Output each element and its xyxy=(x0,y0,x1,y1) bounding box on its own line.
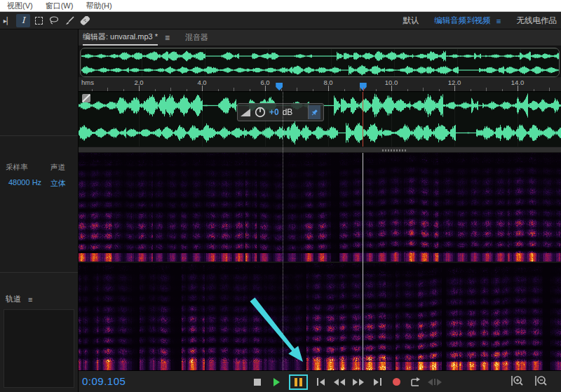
sample-rate-value: 48000 Hz xyxy=(8,178,49,189)
stop-button[interactable] xyxy=(251,374,264,390)
ruler-tick-label: 4.0 xyxy=(197,79,206,86)
timeline-marker[interactable] xyxy=(276,83,283,90)
ruler-tick xyxy=(439,89,440,91)
rewind-button[interactable] xyxy=(333,374,346,390)
ruler-tick-label: 10.0 xyxy=(385,79,398,86)
ruler-tick-label: 12.0 xyxy=(448,79,461,86)
zoom-controls xyxy=(511,374,548,387)
volume-knob-icon[interactable] xyxy=(255,107,266,118)
tools-toolbar: ▸▏ I 默认 编辑音频到视频 ≡ 无线电作品 xyxy=(0,12,561,29)
ruler-tick xyxy=(344,89,345,91)
workspace-edit-audio-to-video[interactable]: 编辑音频到视频 ≡ xyxy=(434,15,501,26)
timeline-ruler[interactable]: hms 2.04.06.08.010.012.014.0 xyxy=(79,77,561,92)
hud-pin-button[interactable] xyxy=(308,105,320,119)
fast-forward-button[interactable] xyxy=(352,374,365,390)
pin-icon xyxy=(311,109,318,116)
ruler-tick xyxy=(281,89,282,91)
lasso-selection-tool-icon[interactable] xyxy=(47,14,61,27)
ruler-tick xyxy=(454,86,455,91)
gain-unit: dB xyxy=(283,107,293,117)
left-sidebar: 采样率 声道 48000 Hz 立体 轨道 ≡ xyxy=(0,29,79,392)
tracks-list[interactable] xyxy=(4,309,74,388)
gain-value[interactable]: +0 xyxy=(269,107,279,117)
workspace-menu-icon[interactable]: ≡ xyxy=(496,17,501,25)
zoom-out-icon xyxy=(534,374,548,387)
media-properties-panel: 采样率 声道 48000 Hz 立体 xyxy=(0,137,78,271)
zoom-in-icon xyxy=(511,374,525,387)
spot-healing-brush-tool-icon[interactable] xyxy=(78,14,92,27)
play-icon xyxy=(273,378,280,386)
editor-panel-menu-icon[interactable]: ≡ xyxy=(165,33,170,43)
zoom-in-button[interactable] xyxy=(511,374,525,387)
current-time-display: 0:09.105 xyxy=(82,375,126,387)
ruler-tick xyxy=(486,88,487,91)
ruler-tick xyxy=(234,88,234,91)
ruler-tick xyxy=(218,89,219,91)
ruler-tick xyxy=(313,89,313,91)
ruler-tick xyxy=(328,86,329,91)
files-panel xyxy=(0,29,78,136)
workspace-bar: 默认 编辑音频到视频 ≡ 无线电作品 xyxy=(403,12,557,29)
spectrogram-left-channel[interactable] xyxy=(79,153,561,262)
zoom-out-button[interactable] xyxy=(534,374,548,387)
transport-controls xyxy=(251,371,442,392)
transport-bar: 0:09.105 xyxy=(79,370,561,392)
menu-view[interactable]: 视图(V) xyxy=(7,1,33,11)
menu-window[interactable]: 窗口(W) xyxy=(46,1,74,11)
ruler-tick xyxy=(423,88,424,91)
ruler-tick xyxy=(265,86,266,91)
ruler-tick xyxy=(92,89,93,91)
skip-to-end-button[interactable] xyxy=(371,374,384,390)
ruler-tick xyxy=(471,89,471,91)
clip-edit-badge-icon xyxy=(82,94,90,102)
ruler-tick xyxy=(139,86,140,91)
editor-panel: 编辑器: unvaral.mp3 * ≡ 混音器 hms 2.04.06.08.… xyxy=(79,29,561,392)
tracks-panel-menu-icon[interactable]: ≡ xyxy=(28,295,32,304)
pause-icon xyxy=(295,378,297,386)
play-button[interactable] xyxy=(270,374,283,390)
paintbrush-selection-tool-icon[interactable] xyxy=(62,14,76,27)
dock-toggle-icon[interactable]: ▸▏ xyxy=(1,14,15,27)
ruler-tick xyxy=(360,88,360,91)
tracks-panel: 轨道 ≡ xyxy=(0,272,78,392)
menu-bar: 视图(V) 窗口(W) 帮助(H) xyxy=(0,0,561,12)
sample-rate-label: 采样率 xyxy=(6,163,48,173)
workspace-default[interactable]: 默认 xyxy=(403,15,419,26)
tab-mixer[interactable]: 混音器 xyxy=(185,32,208,43)
ruler-tick xyxy=(376,89,377,91)
ruler-tick xyxy=(502,89,503,91)
stop-icon xyxy=(254,379,261,386)
tab-editor[interactable]: 编辑器: unvaral.mp3 * xyxy=(83,32,158,43)
ruler-tick xyxy=(534,89,534,91)
volume-hud[interactable]: +0 dB xyxy=(237,103,324,121)
ruler-tick xyxy=(297,88,297,91)
ruler-tick xyxy=(187,89,187,91)
ruler-tick-label: 14.0 xyxy=(511,79,525,86)
workspace-radio-production[interactable]: 无线电作品 xyxy=(517,15,557,26)
playhead-ruler-tick xyxy=(363,88,364,91)
ruler-tick xyxy=(549,88,550,91)
channels-label: 声道 xyxy=(50,163,65,173)
marquee-selection-tool-icon[interactable] xyxy=(32,14,46,27)
ruler-tick xyxy=(407,89,408,91)
spectrogram-right-channel[interactable] xyxy=(79,263,561,370)
ruler-tick xyxy=(155,89,156,91)
wave-spectral-splitter[interactable] xyxy=(79,147,561,153)
ruler-tick-label: 6.0 xyxy=(260,79,269,86)
time-selection-tool-icon[interactable]: I xyxy=(16,14,30,27)
skip-to-start-button[interactable] xyxy=(314,374,327,390)
ruler-tick xyxy=(123,89,124,91)
loop-icon xyxy=(410,377,421,387)
overview-waveform[interactable] xyxy=(81,49,560,77)
ruler-tick xyxy=(202,86,203,91)
ruler-tick xyxy=(107,88,108,91)
skip-selection-icon xyxy=(437,379,442,386)
record-button[interactable] xyxy=(390,374,403,390)
menu-help[interactable]: 帮助(H) xyxy=(86,1,111,11)
overview-range-selector[interactable] xyxy=(80,48,560,77)
tracks-panel-title: 轨道 xyxy=(6,294,21,304)
pause-button[interactable] xyxy=(289,374,308,390)
record-icon xyxy=(393,378,400,386)
loop-playback-button[interactable] xyxy=(409,374,421,390)
ruler-tick-label: 8.0 xyxy=(323,79,332,86)
